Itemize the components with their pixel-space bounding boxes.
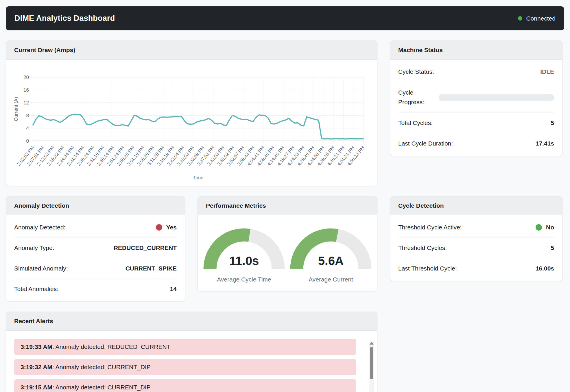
current-draw-card-title: Current Draw (Amps) xyxy=(6,41,377,60)
alerts-list[interactable]: 3:19:33 AM: Anomaly detected: REDUCED_CU… xyxy=(14,339,369,392)
page-title: DIME Analytics Dashboard xyxy=(14,14,115,23)
alert-time: 3:19:32 AM xyxy=(21,364,52,370)
svg-text:4: 4 xyxy=(26,126,29,131)
connection-status: Connected xyxy=(518,15,556,22)
connection-dot-icon xyxy=(518,16,522,21)
cycle-progress-bar xyxy=(439,94,554,101)
alert-message: : Anomaly detected: CURRENT_DIP xyxy=(52,384,151,391)
dashboard-grid: Current Draw (Amps) 0481216202:02:53 PM2… xyxy=(6,41,564,392)
svg-text:8: 8 xyxy=(26,113,29,118)
recent-alerts-card: Recent Alerts 3:19:33 AM: Anomaly detect… xyxy=(6,312,377,392)
anomaly-detection-card: Anomaly Detection Anomaly Detected: Yes … xyxy=(6,196,185,301)
total-anomalies-row: Total Anomalies: 14 xyxy=(14,279,177,299)
threshold-status-dot-icon xyxy=(536,224,542,231)
cycle-detection-card-title: Cycle Detection xyxy=(390,196,562,215)
last-threshold-cycle-row: Last Threshold Cycle: 16.00s xyxy=(398,258,554,279)
cycle-detection-card: Cycle Detection Threshold Cycle Active: … xyxy=(390,196,562,281)
svg-text:Current (A): Current (A) xyxy=(13,97,19,121)
anomaly-type-label: Anomaly Type: xyxy=(14,244,54,251)
current-draw-card: Current Draw (Amps) 0481216202:02:53 PM2… xyxy=(6,41,377,186)
machine-status-card-title: Machine Status xyxy=(390,41,562,60)
svg-text:Time: Time xyxy=(193,175,203,181)
alerts-scrollbar[interactable] xyxy=(369,341,374,392)
performance-metrics-card: Performance Metrics 11.0s Average Cycle … xyxy=(198,196,377,291)
total-cycles-row: Total Cycles: 5 xyxy=(398,113,554,133)
anomaly-detected-row: Anomaly Detected: Yes xyxy=(14,217,177,238)
average-cycle-time-label: Average Cycle Time xyxy=(217,276,271,283)
average-current-value: 5.6A xyxy=(318,254,344,268)
threshold-cycle-active-value: No xyxy=(546,224,554,231)
machine-status-card: Machine Status Cycle Status: IDLE Cycle … xyxy=(390,41,562,156)
last-threshold-cycle-value: 16.00s xyxy=(536,265,554,272)
scroll-up-arrow-icon[interactable] xyxy=(370,342,374,345)
alert-time: 3:19:15 AM xyxy=(21,384,52,391)
simulated-anomaly-label: Simulated Anomaly: xyxy=(14,265,68,272)
threshold-cycle-active-row: Threshold Cycle Active: No xyxy=(398,217,554,238)
cycle-progress-row: Cycle Progress: xyxy=(398,82,554,113)
gauge-arc: 5.6A xyxy=(289,226,373,271)
cycle-progress-label: Cycle Progress: xyxy=(398,88,434,107)
threshold-cycles-value: 5 xyxy=(551,244,554,251)
threshold-cycle-active-label: Threshold Cycle Active: xyxy=(398,224,462,231)
svg-text:0: 0 xyxy=(26,138,29,144)
threshold-cycles-label: Threshold Cycles: xyxy=(398,244,447,251)
average-cycle-time-gauge: 11.0s Average Cycle Time xyxy=(202,226,286,283)
alert-message: : Anomaly detected: REDUCED_CURRENT xyxy=(52,343,170,350)
anomaly-detected-value: Yes xyxy=(166,224,177,231)
alert-item: 3:19:32 AM: Anomaly detected: CURRENT_DI… xyxy=(14,359,356,375)
cycle-status-row: Cycle Status: IDLE xyxy=(398,62,554,82)
current-draw-chart-area: 0481216202:02:53 PM2:07:51 PM2:13:03 PM2… xyxy=(6,60,377,186)
alert-time: 3:19:33 AM xyxy=(21,343,52,350)
average-cycle-time-value: 11.0s xyxy=(229,254,259,268)
alert-message: : Anomaly detected: CURRENT_DIP xyxy=(52,364,151,370)
svg-text:16: 16 xyxy=(23,87,29,93)
average-current-label: Average Current xyxy=(309,276,353,283)
last-threshold-cycle-label: Last Threshold Cycle: xyxy=(398,265,457,272)
performance-metrics-card-title: Performance Metrics xyxy=(198,196,377,215)
anomaly-detected-label: Anomaly Detected: xyxy=(14,224,65,231)
svg-text:12: 12 xyxy=(23,100,29,106)
total-cycles-label: Total Cycles: xyxy=(398,119,433,126)
top-bar: DIME Analytics Dashboard Connected xyxy=(6,6,564,30)
anomaly-detection-card-title: Anomaly Detection xyxy=(6,196,185,215)
svg-text:20: 20 xyxy=(23,75,29,80)
anomaly-type-value: REDUCED_CURRENT xyxy=(114,244,177,251)
alert-item: 3:19:33 AM: Anomaly detected: REDUCED_CU… xyxy=(14,339,356,355)
last-cycle-duration-label: Last Cycle Duration: xyxy=(398,140,453,147)
dashboard-page: DIME Analytics Dashboard Connected Curre… xyxy=(0,0,570,392)
scrollbar-thumb[interactable] xyxy=(370,347,373,379)
gauge-arc: 11.0s xyxy=(202,226,286,271)
cycle-status-value: IDLE xyxy=(540,68,554,75)
total-anomalies-value: 14 xyxy=(170,286,177,292)
current-draw-line-chart: 0481216202:02:53 PM2:07:51 PM2:13:03 PM2… xyxy=(12,62,370,183)
connection-status-label: Connected xyxy=(526,15,556,22)
simulated-anomaly-row: Simulated Anomaly: CURRENT_SPIKE xyxy=(14,258,177,279)
threshold-cycles-row: Threshold Cycles: 5 xyxy=(398,238,554,258)
cycle-status-label: Cycle Status: xyxy=(398,68,434,75)
anomaly-type-row: Anomaly Type: REDUCED_CURRENT xyxy=(14,238,177,258)
simulated-anomaly-value: CURRENT_SPIKE xyxy=(126,265,177,272)
total-cycles-value: 5 xyxy=(551,119,554,126)
alert-item: 3:19:15 AM: Anomaly detected: CURRENT_DI… xyxy=(14,379,356,392)
total-anomalies-label: Total Anomalies: xyxy=(14,286,58,292)
last-cycle-duration-value: 17.41s xyxy=(536,140,554,147)
average-current-gauge: 5.6A Average Current xyxy=(289,226,373,283)
recent-alerts-card-title: Recent Alerts xyxy=(6,312,377,331)
last-cycle-duration-row: Last Cycle Duration: 17.41s xyxy=(398,133,554,154)
anomaly-status-dot-icon xyxy=(156,224,162,231)
